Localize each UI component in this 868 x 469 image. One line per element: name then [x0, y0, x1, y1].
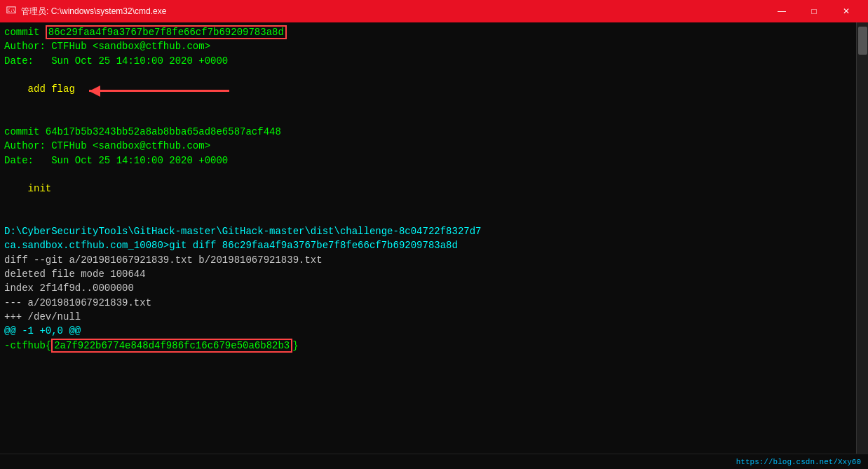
blank5 [4, 196, 852, 210]
hunk-header-line: @@ -1 +0,0 @@ [4, 324, 852, 338]
index-line: index 2f14f9d..0000000 [4, 281, 852, 295]
statusbar-text: https://blog.csdn.net/Xxy60 [736, 458, 861, 466]
statusbar: https://blog.csdn.net/Xxy60 [0, 454, 868, 469]
terminal[interactable]: commit 86c29faa4f9a3767be7f8fe66cf7b6920… [0, 22, 856, 454]
date2-line: Date: Sun Oct 25 14:10:00 2020 +0000 [4, 154, 852, 168]
prompt-line: ca.sandbox.ctfhub.com_10080>git diff 86c… [4, 238, 852, 252]
flag-line: -ctfhub{2a7f922b6774e848d4f986fc16c679e5… [4, 339, 852, 353]
blank3 [4, 111, 852, 125]
window-title: 管理员: C:\windows\system32\cmd.exe [21, 6, 766, 18]
blank1 [4, 68, 852, 82]
arrow-container [86, 90, 229, 92]
window: C:\ 管理员: C:\windows\system32\cmd.exe — □… [0, 0, 868, 469]
plus-line: +++ /dev/null [4, 310, 852, 324]
blank4 [4, 168, 852, 182]
scrollbar-thumb[interactable] [858, 27, 867, 55]
arrow-line [89, 90, 229, 92]
blank2 [4, 96, 852, 110]
author1-line: Author: CTFHub <sandbox@ctfhub.com> [4, 39, 852, 53]
commit2-line: commit 64b17b5b3243bb52a8ab8bba65ad8e658… [4, 125, 852, 139]
content-area: commit 86c29faa4f9a3767be7f8fe66cf7b6920… [0, 22, 868, 454]
blank6 [4, 210, 852, 224]
path-line: D:\CyberSecurityTools\GitHack-master\Git… [4, 224, 852, 238]
message1-line: add flag [4, 82, 852, 96]
deleted-file-line: deleted file mode 100644 [4, 267, 852, 281]
message2-line: init [4, 182, 852, 196]
close-button[interactable]: ✕ [830, 0, 862, 22]
author2-line: Author: CTFHub <sandbox@ctfhub.com> [4, 139, 852, 153]
commit1-line: commit 86c29faa4f9a3767be7f8fe66cf7b6920… [4, 25, 852, 39]
date1-line: Date: Sun Oct 25 14:10:00 2020 +0000 [4, 54, 852, 68]
minus-line: --- a/201981067921839.txt [4, 296, 852, 310]
scrollbar[interactable] [856, 22, 868, 454]
diff-header-line: diff --git a/201981067921839.txt b/20198… [4, 253, 852, 267]
titlebar: C:\ 管理员: C:\windows\system32\cmd.exe — □… [0, 0, 868, 22]
cmd-icon: C:\ [6, 6, 17, 17]
svg-text:C:\: C:\ [8, 8, 15, 13]
flag-hash: 2a7f922b6774e848d4f986fc16c679e50a6b82b3 [51, 339, 292, 353]
maximize-button[interactable]: □ [798, 0, 830, 22]
titlebar-controls: — □ ✕ [766, 0, 862, 22]
commit1-hash: 86c29faa4f9a3767be7f8fe66cf7b69209783a8d [46, 25, 287, 39]
minimize-button[interactable]: — [766, 0, 798, 22]
